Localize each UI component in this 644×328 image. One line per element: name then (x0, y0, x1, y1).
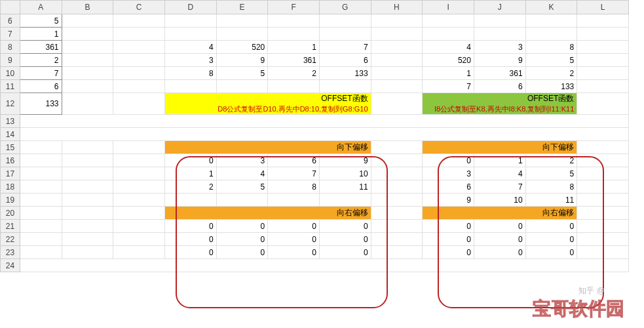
cell[interactable] (577, 233, 629, 246)
cell[interactable] (371, 207, 423, 220)
cell[interactable] (577, 246, 629, 259)
cell[interactable] (577, 220, 629, 233)
cell[interactable] (113, 67, 165, 80)
cell[interactable]: 6 (423, 180, 474, 194)
cell[interactable]: 1 (20, 28, 62, 41)
cell[interactable] (423, 14, 474, 28)
cell[interactable]: 0 (525, 233, 577, 246)
col-header[interactable]: C (113, 1, 165, 14)
cell[interactable] (113, 80, 165, 93)
cell[interactable]: 1 (164, 167, 216, 180)
cell[interactable] (319, 14, 371, 28)
cell[interactable] (577, 54, 629, 67)
cell[interactable] (577, 28, 629, 41)
cell[interactable] (577, 167, 629, 180)
row-header[interactable]: 16 (1, 154, 20, 167)
cell[interactable] (268, 28, 320, 41)
cell[interactable] (113, 41, 165, 54)
row-header[interactable]: 21 (1, 220, 20, 233)
cell[interactable] (371, 220, 423, 233)
row-header[interactable]: 11 (1, 80, 20, 93)
cell[interactable]: 9 (423, 194, 474, 207)
cell[interactable]: 6 (20, 80, 62, 93)
col-header[interactable]: G (319, 1, 371, 14)
cell[interactable]: 0 (164, 220, 216, 233)
row-header[interactable]: 14 (1, 128, 20, 141)
col-header[interactable]: I (423, 1, 474, 14)
row-header[interactable]: 12 (1, 93, 20, 115)
cell[interactable]: 520 (216, 41, 268, 54)
cell[interactable] (371, 54, 423, 67)
cell[interactable]: 1 (423, 67, 474, 80)
cell[interactable] (20, 154, 62, 167)
cell[interactable] (371, 233, 423, 246)
cell[interactable]: 6 (268, 154, 320, 167)
cell[interactable] (371, 67, 423, 80)
cell[interactable] (62, 167, 113, 180)
cell[interactable] (62, 233, 113, 246)
cell[interactable]: 11 (319, 180, 371, 194)
cell[interactable] (268, 80, 320, 93)
row-header[interactable]: 19 (1, 194, 20, 207)
cell[interactable]: 0 (319, 246, 371, 259)
cell[interactable] (62, 246, 113, 259)
cell[interactable]: 0 (423, 246, 474, 259)
row-header[interactable]: 9 (1, 54, 20, 67)
cell[interactable] (62, 141, 113, 154)
cell[interactable]: 0 (474, 220, 525, 233)
cell[interactable] (113, 28, 165, 41)
cell[interactable]: 0 (525, 220, 577, 233)
cell[interactable] (474, 14, 525, 28)
cell[interactable]: 4 (474, 167, 525, 180)
cell[interactable]: 7 (268, 167, 320, 180)
cell[interactable] (577, 14, 629, 28)
cell[interactable] (113, 194, 165, 207)
cell[interactable] (62, 154, 113, 167)
cell[interactable] (371, 93, 423, 115)
row-header[interactable]: 8 (1, 41, 20, 54)
cell[interactable]: 0 (216, 233, 268, 246)
col-header[interactable]: K (525, 1, 577, 14)
cell[interactable]: 8 (525, 180, 577, 194)
cell[interactable] (268, 194, 320, 207)
cell[interactable] (20, 233, 62, 246)
cell[interactable]: 6 (319, 54, 371, 67)
cell[interactable] (113, 93, 165, 115)
cell[interactable] (62, 180, 113, 194)
cell[interactable] (577, 194, 629, 207)
cell[interactable] (371, 167, 423, 180)
cell[interactable] (113, 207, 165, 220)
cell[interactable]: 0 (268, 220, 320, 233)
cell[interactable] (371, 28, 423, 41)
cell[interactable] (62, 93, 113, 115)
cell[interactable]: 2 (525, 154, 577, 167)
cell[interactable] (577, 207, 629, 220)
cell[interactable] (371, 141, 423, 154)
cell[interactable]: 5 (20, 14, 62, 28)
cell[interactable] (20, 259, 628, 272)
cell[interactable] (164, 80, 216, 93)
cell[interactable] (113, 54, 165, 67)
col-header[interactable]: D (164, 1, 216, 14)
cell[interactable] (525, 28, 577, 41)
cell[interactable] (371, 246, 423, 259)
cell[interactable] (474, 28, 525, 41)
cell[interactable]: 4 (216, 167, 268, 180)
cell[interactable] (113, 180, 165, 194)
row-header[interactable]: 13 (1, 115, 20, 128)
cell[interactable] (577, 93, 629, 115)
section-down-left[interactable]: 向下偏移 (164, 141, 371, 154)
cell[interactable] (62, 80, 113, 93)
cell[interactable] (216, 80, 268, 93)
cell[interactable] (113, 154, 165, 167)
cell[interactable] (371, 180, 423, 194)
cell[interactable]: 3 (164, 54, 216, 67)
cell[interactable]: 361 (474, 67, 525, 80)
col-header[interactable]: H (371, 1, 423, 14)
cell[interactable] (423, 28, 474, 41)
cell[interactable] (216, 14, 268, 28)
cell[interactable] (164, 14, 216, 28)
cell[interactable] (577, 80, 629, 93)
cell[interactable]: 5 (216, 180, 268, 194)
section-right-left[interactable]: 向右偏移 (164, 207, 371, 220)
